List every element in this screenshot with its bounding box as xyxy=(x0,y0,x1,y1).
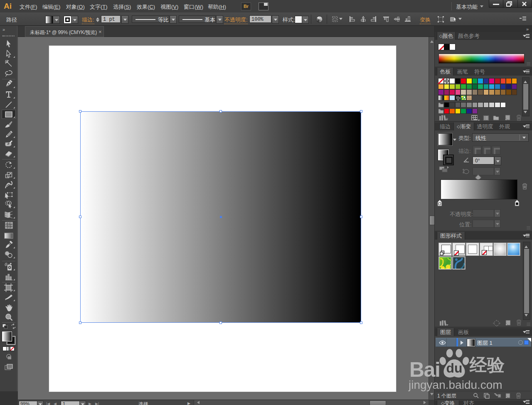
svg-text:du: du xyxy=(446,361,463,376)
